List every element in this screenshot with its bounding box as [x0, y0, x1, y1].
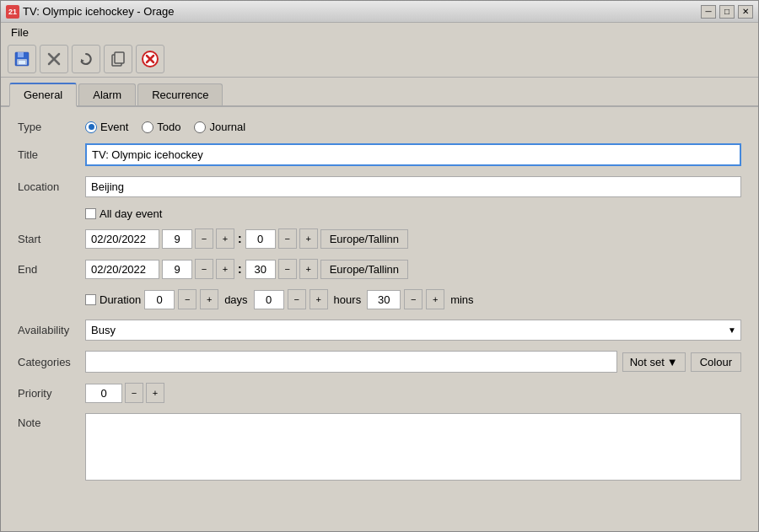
radio-todo[interactable]: Todo	[142, 121, 180, 133]
not-set-arrow: ▼	[667, 356, 678, 368]
start-min-increment[interactable]: +	[299, 228, 318, 249]
duration-mins-input[interactable]	[367, 290, 401, 309]
priority-decrement[interactable]: −	[125, 383, 143, 403]
priority-increment[interactable]: +	[146, 383, 164, 403]
all-day-checkbox-box	[85, 208, 96, 219]
end-hour-input[interactable]	[162, 260, 192, 279]
copy-button[interactable]	[104, 45, 132, 73]
end-hour-decrement[interactable]: −	[195, 259, 213, 279]
duration-days-increment[interactable]: +	[200, 289, 218, 309]
time-colon-end: :	[238, 262, 242, 276]
svg-rect-1	[18, 52, 24, 57]
end-min-increment[interactable]: +	[299, 259, 318, 279]
radio-journal-label: Journal	[209, 121, 245, 133]
duration-hours-decrement[interactable]: −	[288, 289, 306, 309]
not-set-label: Not set	[630, 356, 665, 368]
radio-journal[interactable]: Journal	[194, 121, 245, 133]
save-button[interactable]	[8, 45, 36, 73]
availability-select[interactable]: Busy Free	[85, 320, 741, 341]
colour-button[interactable]: Colour	[691, 352, 741, 372]
app-icon: 21	[6, 5, 19, 19]
discard-button[interactable]	[40, 45, 68, 73]
title-input[interactable]	[85, 143, 741, 166]
start-min-decrement[interactable]: −	[278, 228, 297, 249]
priority-label: Priority	[18, 387, 85, 400]
mins-label: mins	[450, 293, 473, 306]
duration-days-input[interactable]	[144, 290, 175, 309]
days-label: days	[224, 293, 247, 306]
menu-file[interactable]: File	[6, 25, 34, 40]
note-label: Note	[18, 413, 85, 429]
note-textarea[interactable]	[85, 413, 741, 481]
start-label: Start	[18, 233, 85, 245]
radio-todo-label: Todo	[157, 121, 180, 133]
end-tz-button[interactable]: Europe/Tallinn	[320, 260, 408, 279]
start-hour-decrement[interactable]: −	[195, 228, 213, 249]
location-label: Location	[18, 180, 85, 193]
radio-todo-circle	[142, 121, 153, 133]
title-label: Title	[18, 148, 85, 161]
priority-input[interactable]	[85, 384, 122, 403]
end-min-input[interactable]	[245, 260, 276, 279]
start-min-input[interactable]	[245, 229, 276, 249]
copy-icon	[110, 51, 126, 67]
duration-checkbox-box	[85, 294, 96, 305]
categories-label: Categories	[18, 356, 85, 368]
radio-event-circle	[85, 121, 97, 133]
window-title: TV: Olympic icehockey - Orage	[23, 5, 174, 18]
start-hour-input[interactable]	[162, 229, 192, 249]
time-colon-start: :	[238, 232, 242, 245]
tab-general[interactable]: General	[9, 83, 77, 107]
cancel-button[interactable]	[136, 45, 164, 73]
hours-label: hours	[334, 293, 362, 306]
end-hour-increment[interactable]: +	[216, 259, 234, 279]
end-label: End	[18, 263, 85, 276]
duration-hours-input[interactable]	[254, 290, 284, 309]
close-button[interactable]: ✕	[738, 5, 753, 19]
type-label: Type	[18, 121, 85, 133]
duration-checkbox[interactable]: Duration	[85, 293, 141, 306]
radio-event[interactable]: Event	[85, 121, 128, 133]
delete-icon	[46, 51, 62, 67]
tab-alarm[interactable]: Alarm	[78, 83, 136, 105]
duration-mins-decrement[interactable]: −	[404, 289, 423, 309]
svg-rect-3	[19, 61, 25, 64]
refresh-button[interactable]	[72, 45, 100, 73]
end-min-decrement[interactable]: −	[278, 259, 297, 279]
duration-hours-increment[interactable]: +	[310, 289, 328, 309]
all-day-checkbox[interactable]: All day event	[85, 207, 162, 220]
maximize-button[interactable]: □	[719, 5, 735, 19]
availability-label: Availability	[18, 324, 85, 336]
start-tz-button[interactable]: Europe/Tallinn	[320, 229, 408, 249]
tab-recurrence[interactable]: Recurrence	[137, 83, 223, 105]
save-icon	[13, 51, 30, 67]
end-date-input[interactable]	[85, 260, 159, 279]
not-set-button[interactable]: Not set ▼	[622, 352, 686, 372]
radio-event-label: Event	[100, 121, 128, 133]
duration-days-decrement[interactable]: −	[178, 289, 196, 309]
start-hour-increment[interactable]: +	[216, 228, 234, 249]
all-day-label: All day event	[100, 207, 162, 220]
duration-mins-increment[interactable]: +	[426, 289, 444, 309]
refresh-icon	[78, 51, 94, 67]
radio-journal-circle	[194, 121, 206, 133]
cancel-icon	[141, 50, 159, 68]
start-date-input[interactable]	[85, 229, 159, 249]
location-input[interactable]	[85, 176, 741, 197]
categories-input[interactable]	[85, 351, 617, 373]
svg-rect-8	[115, 52, 124, 63]
minimize-button[interactable]: ─	[701, 5, 716, 19]
duration-label: Duration	[100, 293, 141, 306]
